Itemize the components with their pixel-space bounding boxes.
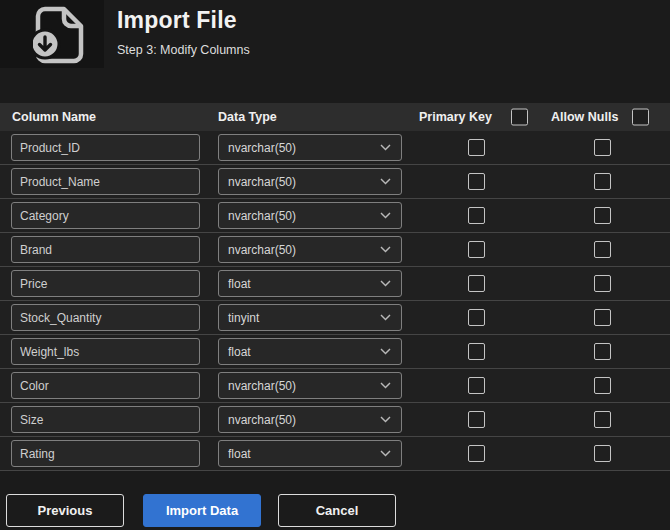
allow-nulls-checkbox[interactable] [594,207,611,224]
primary-key-header: Primary Key [419,110,492,124]
data-type-select[interactable]: float [218,270,402,297]
chevron-down-icon [380,280,391,287]
allow-nulls-checkbox[interactable] [594,139,611,156]
column-name-input[interactable] [11,304,200,331]
columns-table-body: nvarchar(50) nvarchar(50) nvarchar(50) [0,131,670,471]
allow-nulls-checkbox[interactable] [594,275,611,292]
primary-key-select-all-checkbox[interactable] [511,109,528,126]
data-type-value: nvarchar(50) [228,379,296,393]
allow-nulls-checkbox[interactable] [594,445,611,462]
data-type-value: nvarchar(50) [228,141,296,155]
data-type-header: Data Type [218,110,277,124]
column-name-input[interactable] [11,270,200,297]
data-type-select[interactable]: nvarchar(50) [218,406,402,433]
columns-table: Column Name Data Type Primary Key Allow … [0,103,670,471]
data-type-value: nvarchar(50) [228,175,296,189]
column-name-input[interactable] [11,134,200,161]
data-type-select[interactable]: tinyint [218,304,402,331]
table-row: nvarchar(50) [0,369,670,403]
import-data-button[interactable]: Import Data [143,494,261,527]
column-name-input[interactable] [11,236,200,263]
column-name-input[interactable] [11,406,200,433]
table-row: float [0,267,670,301]
data-type-select[interactable]: nvarchar(50) [218,134,402,161]
chevron-down-icon [380,178,391,185]
data-type-select[interactable]: nvarchar(50) [218,372,402,399]
data-type-value: nvarchar(50) [228,209,296,223]
page-title: Import File [117,7,250,34]
table-row: float [0,437,670,471]
table-row: nvarchar(50) [0,165,670,199]
allow-nulls-checkbox[interactable] [594,309,611,326]
chevron-down-icon [380,212,391,219]
column-name-input[interactable] [11,338,200,365]
data-type-value: nvarchar(50) [228,243,296,257]
data-type-select[interactable]: float [218,440,402,467]
allow-nulls-checkbox[interactable] [594,377,611,394]
column-name-header: Column Name [12,110,96,124]
data-type-value: float [228,447,251,461]
primary-key-checkbox[interactable] [468,275,485,292]
column-name-input[interactable] [11,372,200,399]
column-name-input[interactable] [11,168,200,195]
table-row: nvarchar(50) [0,199,670,233]
primary-key-checkbox[interactable] [468,411,485,428]
data-type-value: float [228,345,251,359]
primary-key-checkbox[interactable] [468,173,485,190]
chevron-down-icon [380,382,391,389]
table-row: tinyint [0,301,670,335]
chevron-down-icon [380,144,391,151]
allow-nulls-checkbox[interactable] [594,241,611,258]
data-type-value: tinyint [228,311,259,325]
table-row: nvarchar(50) [0,131,670,165]
primary-key-checkbox[interactable] [468,309,485,326]
table-row: nvarchar(50) [0,233,670,267]
allow-nulls-checkbox[interactable] [594,343,611,360]
dialog-header: Import File Step 3: Modify Columns [0,0,670,100]
data-type-value: nvarchar(50) [228,413,296,427]
previous-button[interactable]: Previous [6,494,124,527]
cancel-button[interactable]: Cancel [278,494,396,527]
dialog-footer: Previous Import Data Cancel [0,494,670,528]
primary-key-checkbox[interactable] [468,241,485,258]
allow-nulls-checkbox[interactable] [594,411,611,428]
data-type-select[interactable]: nvarchar(50) [218,168,402,195]
chevron-down-icon [380,416,391,423]
chevron-down-icon [380,348,391,355]
primary-key-checkbox[interactable] [468,343,485,360]
allow-nulls-checkbox[interactable] [594,173,611,190]
chevron-down-icon [380,450,391,457]
column-name-input[interactable] [11,440,200,467]
chevron-down-icon [380,314,391,321]
file-download-icon [33,6,85,64]
table-row: nvarchar(50) [0,403,670,437]
import-file-icon [0,0,104,68]
allow-nulls-select-all-checkbox[interactable] [632,109,649,126]
data-type-select[interactable]: nvarchar(50) [218,236,402,263]
data-type-select[interactable]: float [218,338,402,365]
allow-nulls-header: Allow Nulls [551,110,618,124]
primary-key-checkbox[interactable] [468,207,485,224]
data-type-value: float [228,277,251,291]
primary-key-checkbox[interactable] [468,139,485,156]
primary-key-checkbox[interactable] [468,445,485,462]
primary-key-checkbox[interactable] [468,377,485,394]
table-row: float [0,335,670,369]
column-name-input[interactable] [11,202,200,229]
data-type-select[interactable]: nvarchar(50) [218,202,402,229]
chevron-down-icon [380,246,391,253]
columns-table-header: Column Name Data Type Primary Key Allow … [0,103,670,131]
page-subtitle: Step 3: Modify Columns [117,43,250,57]
